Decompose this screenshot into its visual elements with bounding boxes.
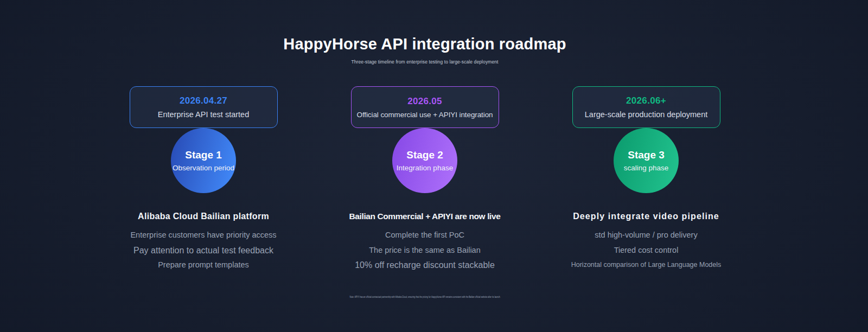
stage-3-point: Horizontal comparison of Large Language … bbox=[571, 258, 722, 273]
page-subtitle: Three-stage timeline from enterprise tes… bbox=[0, 59, 850, 65]
stage-3-point: Tiered cost control bbox=[614, 243, 679, 258]
stage-2-name: Stage 2 bbox=[406, 149, 443, 161]
stage-1-name: Stage 1 bbox=[185, 149, 222, 161]
stage-2-milestone-label: Official commercial use + APIYI integrat… bbox=[357, 111, 493, 119]
stage-3-name: Stage 3 bbox=[628, 149, 665, 161]
stage-3-column: 2026.06+ Large-scale production deployme… bbox=[572, 86, 720, 273]
stage-1-heading: Alibaba Cloud Bailian platform bbox=[138, 211, 269, 222]
stage-2-point: Complete the first PoC bbox=[385, 228, 464, 243]
stage-1-milestone-label: Enterprise API test started bbox=[158, 110, 249, 119]
stage-3-phase: scaling phase bbox=[624, 164, 669, 172]
stage-3-details: Deeply integrate video pipeline std high… bbox=[571, 211, 722, 273]
stage-2-phase: Integration phase bbox=[397, 164, 453, 172]
page-title: HappyHorse API integration roadmap bbox=[0, 35, 850, 53]
stage-1-point: Enterprise customers have priority acces… bbox=[130, 228, 276, 243]
stage-1-badge: Stage 1 Observation period bbox=[171, 128, 236, 193]
stage-2-date: 2026.05 bbox=[407, 96, 442, 107]
stage-3-milestone-label: Large-scale production deployment bbox=[585, 110, 708, 119]
stage-2-point: The price is the same as Bailian bbox=[369, 243, 481, 258]
stage-1-phase: Observation period bbox=[173, 164, 234, 172]
stage-2-column: 2026.05 Official commercial use + APIYI … bbox=[351, 86, 499, 273]
stage-1-column: 2026.04.27 Enterprise API test started S… bbox=[130, 86, 278, 273]
footnote-container: Note: APIYI has an official contractual … bbox=[0, 293, 850, 300]
stage-1-date: 2026.04.27 bbox=[180, 95, 227, 106]
stage-1-details: Alibaba Cloud Bailian platform Enterpris… bbox=[130, 211, 276, 273]
stage-3-heading: Deeply integrate video pipeline bbox=[573, 211, 719, 222]
stage-1-point: Pay attention to actual test feedback bbox=[133, 243, 273, 258]
stage-2-details: Bailian Commercial + APIYI are now live … bbox=[349, 211, 501, 273]
roadmap-page: HappyHorse API integration roadmap Three… bbox=[0, 35, 850, 332]
stage-2-point: 10% off recharge discount stackable bbox=[355, 258, 495, 273]
stage-3-date: 2026.06+ bbox=[626, 95, 666, 106]
stage-3-point: std high-volume / pro delivery bbox=[595, 228, 697, 243]
stage-1-point: Prepare prompt templates bbox=[158, 258, 249, 273]
stage-2-heading: Bailian Commercial + APIYI are now live bbox=[349, 211, 501, 222]
footnote-text: Note: APIYI has an official contractual … bbox=[349, 295, 500, 298]
stage-1-milestone-card: 2026.04.27 Enterprise API test started bbox=[130, 86, 278, 128]
stage-3-badge: Stage 3 scaling phase bbox=[614, 128, 679, 193]
stage-3-milestone-card: 2026.06+ Large-scale production deployme… bbox=[572, 86, 720, 128]
stages-row: 2026.04.27 Enterprise API test started S… bbox=[0, 86, 850, 273]
stage-2-badge: Stage 2 Integration phase bbox=[392, 128, 457, 193]
stage-2-milestone-card: 2026.05 Official commercial use + APIYI … bbox=[351, 86, 499, 128]
